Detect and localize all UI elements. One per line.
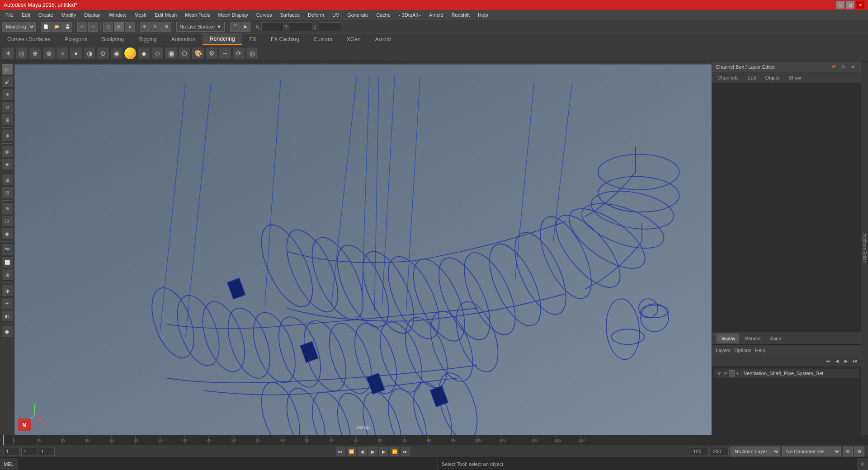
scale-tool-btn[interactable]: ⊞ — [161, 22, 171, 32]
frame-step-input[interactable] — [39, 447, 55, 456]
shelf-tool5[interactable]: ○ — [56, 47, 69, 60]
shelf-tool7[interactable]: ◑ — [83, 47, 96, 60]
shelf-tool9[interactable]: ◉ — [110, 47, 123, 60]
prev-frame-btn[interactable]: ◀ — [358, 447, 367, 456]
lasso-select-btn[interactable]: ◈ — [1, 158, 13, 170]
menu-3dtall[interactable]: - 3DtoAll - — [395, 11, 425, 19]
cb-tab-channels[interactable]: Channels — [716, 74, 740, 81]
menu-redshift[interactable]: Redshift — [448, 11, 473, 19]
anim-settings-btn[interactable]: ⊞ — [854, 446, 864, 456]
undo-btn[interactable]: ↩ — [77, 22, 87, 32]
tab-arnold[interactable]: Arnold — [368, 33, 398, 45]
tab-rendering[interactable]: Rendering — [203, 33, 242, 45]
tab-custom[interactable]: Custom — [307, 33, 340, 45]
xray-btn[interactable]: ◑ — [1, 285, 13, 296]
show-manip-btn[interactable]: ⊕ — [1, 130, 13, 141]
isolate-select-btn[interactable]: ⊗ — [1, 202, 13, 214]
anim-layer-dropdown[interactable]: No Anim Layer — [731, 446, 780, 456]
wireframe-btn[interactable]: ⬡ — [1, 215, 13, 227]
shelf-tool19[interactable]: ◎ — [246, 47, 259, 60]
shelf-tool11[interactable]: ◆ — [137, 47, 150, 60]
shelf-hypershade-btn[interactable]: ⚙ — [205, 47, 218, 60]
cb-tab-show[interactable]: Show — [787, 74, 803, 81]
tab-fx-caching[interactable]: FX Caching — [264, 33, 307, 45]
shelf-tool3[interactable]: ⊕ — [29, 47, 42, 60]
tab-sculpting[interactable]: Sculpting — [94, 33, 131, 45]
menu-create[interactable]: Create — [35, 11, 57, 19]
menu-cache[interactable]: Cache — [373, 11, 394, 19]
start-frame-input[interactable] — [4, 447, 19, 456]
tab-xgen[interactable]: XGen — [340, 33, 368, 45]
grid-btn[interactable]: ⊞ — [1, 269, 13, 281]
anim-preferences-btn[interactable]: ⚙ — [843, 446, 853, 456]
shelf-tool8[interactable]: ⊙ — [97, 47, 109, 60]
layers-tab-help[interactable]: Help — [755, 348, 765, 353]
layers-tab-layers[interactable]: Layers — [716, 348, 731, 353]
play-btn[interactable]: ▶ — [368, 447, 377, 456]
menu-deform[interactable]: Deform — [304, 11, 328, 19]
current-frame-input[interactable] — [21, 447, 37, 456]
layer-visibility-btn[interactable]: V — [716, 370, 722, 376]
soft-select-btn[interactable]: ◎ — [1, 146, 13, 157]
ipr-btn[interactable]: ▶ — [241, 22, 250, 32]
menu-display[interactable]: Display — [80, 11, 104, 19]
new-file-btn[interactable]: 📄 — [41, 22, 51, 32]
shelf-tool17[interactable]: ↔ — [219, 47, 231, 60]
workspace-dropdown[interactable]: Modeling — [2, 22, 36, 32]
prev-key-btn[interactable]: ⏪ — [347, 447, 356, 456]
resolution-gate-btn[interactable]: ⬜ — [1, 256, 13, 268]
layers-tab-options[interactable]: Options — [734, 348, 751, 353]
layer-prev2-btn[interactable]: ◀ — [833, 357, 841, 365]
save-file-btn[interactable]: 💾 — [62, 22, 72, 32]
right-start-input[interactable] — [691, 447, 709, 456]
menu-uv[interactable]: UV — [329, 11, 343, 19]
timeline-ruler[interactable]: 5 10 15 20 25 30 35 40 45 50 55 60 65 — [0, 435, 868, 445]
select-mode-btn[interactable]: ▷ — [1, 63, 13, 75]
lighting-mode-btn[interactable]: ☀ — [1, 297, 13, 309]
camera-type-btn[interactable]: 📷 — [1, 244, 13, 255]
shelf-render-btn[interactable]: 🎨 — [192, 47, 204, 60]
panel-pin-btn[interactable]: 📌 — [829, 63, 837, 71]
z-input[interactable] — [319, 22, 341, 31]
tab-curves-surfaces[interactable]: Curves / Surfaces — [0, 33, 57, 45]
attr-editor-side-tab[interactable]: Attribute Editor — [861, 61, 868, 435]
right-end-input[interactable] — [711, 447, 729, 456]
shelf-tool4[interactable]: ⊗ — [42, 47, 55, 60]
menu-arnold[interactable]: Arnold — [425, 11, 447, 19]
go-start-btn[interactable]: ⏮ — [336, 447, 345, 456]
paint-btn[interactable]: 🖌 — [1, 76, 13, 88]
paint-select-btn[interactable]: ◈ — [125, 22, 135, 32]
menu-window[interactable]: Window — [105, 11, 130, 19]
shelf-light-btn[interactable]: ☀ — [2, 47, 14, 60]
tab-anim[interactable]: Anim — [766, 334, 785, 343]
attr-paint-btn[interactable]: ⬟ — [1, 326, 13, 338]
no-live-surface[interactable]: No Live Surface ▼ — [176, 22, 225, 32]
select-tool-btn[interactable]: ◻ — [103, 22, 113, 32]
layer-p-btn[interactable]: P — [724, 371, 727, 376]
y-input[interactable] — [290, 22, 312, 31]
move-tool-btn[interactable]: ✛ — [140, 22, 150, 32]
maximize-btn[interactable]: □ — [846, 1, 854, 9]
cb-tab-edit[interactable]: Edit — [745, 74, 758, 81]
x-input[interactable] — [261, 22, 284, 31]
command-input[interactable] — [18, 458, 437, 470]
menu-surfaces[interactable]: Surfaces — [276, 11, 303, 19]
shelf-tool13[interactable]: ▣ — [165, 47, 177, 60]
lasso-tool-btn[interactable]: ⊕ — [114, 22, 124, 32]
layer-next-btn[interactable]: ▶ — [842, 357, 850, 365]
shelf-tool6[interactable]: ● — [70, 47, 82, 60]
viewport[interactable]: View Shading Lighting Show Renderer Pane… — [14, 61, 712, 435]
open-file-btn[interactable]: 📂 — [52, 22, 61, 32]
shaded-btn[interactable]: ◉ — [1, 228, 13, 240]
menu-edit[interactable]: Edit — [18, 11, 34, 19]
rotate-tool-btn[interactable]: ↻ — [151, 22, 160, 32]
snap-grid-btn[interactable]: ⊞ — [1, 174, 13, 186]
minimize-btn[interactable]: ─ — [836, 1, 844, 9]
menu-mesh-tools[interactable]: Mesh Tools — [181, 11, 213, 19]
next-frame-btn[interactable]: ▶ — [379, 447, 388, 456]
menu-generate[interactable]: Generate — [344, 11, 372, 19]
tab-render[interactable]: Render — [741, 334, 764, 343]
cb-tab-object[interactable]: Object — [763, 74, 781, 81]
shelf-tool12[interactable]: ◇ — [151, 47, 164, 60]
render-btn[interactable]: 🎬 — [230, 22, 240, 32]
